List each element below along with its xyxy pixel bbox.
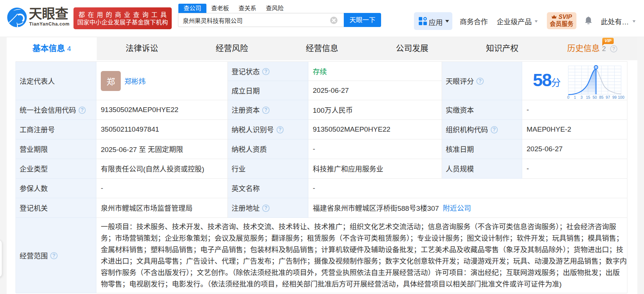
svg-text:15: 15 <box>586 95 590 99</box>
svg-text:50: 50 <box>593 95 597 99</box>
svg-text:?: ? <box>612 46 615 51</box>
svg-text:3: 3 <box>580 95 583 99</box>
svg-text:100: 100 <box>618 95 624 99</box>
svg-text:1: 1 <box>574 95 576 99</box>
svg-text:0: 0 <box>567 95 569 99</box>
svg-text:85: 85 <box>599 95 604 99</box>
svg-text:99: 99 <box>612 95 617 99</box>
svg-text:97: 97 <box>606 95 610 99</box>
